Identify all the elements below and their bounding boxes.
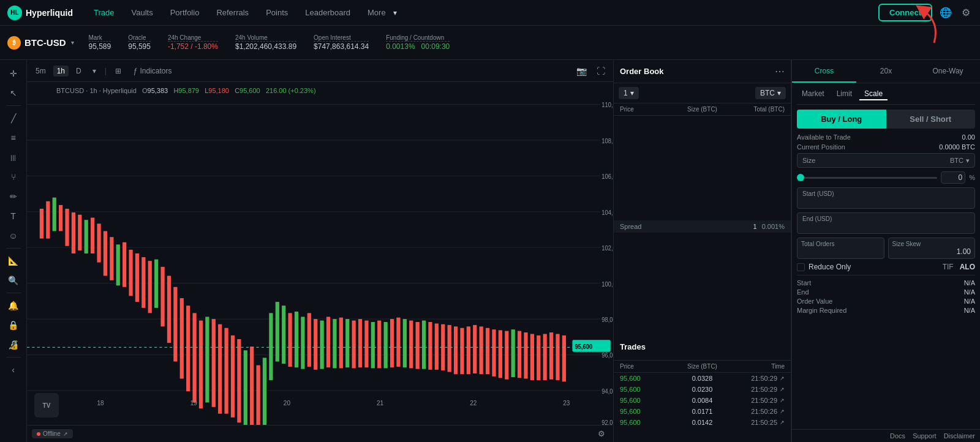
start-field[interactable] — [802, 198, 970, 205]
summary-start-value: N/A — [964, 279, 975, 287]
svg-rect-87 — [467, 326, 470, 374]
sell-button[interactable]: Sell / Short — [886, 110, 976, 129]
mark-label: Mark — [89, 34, 111, 42]
camera-icon[interactable]: 📷 — [573, 64, 590, 78]
magnet-tool[interactable]: 🔒 — [4, 317, 23, 334]
chart-settings-icon[interactable]: ⚙ — [595, 427, 608, 440]
size-slider[interactable] — [797, 177, 937, 179]
trade-link-4[interactable]: ↗ — [780, 408, 785, 414]
tab-cross[interactable]: Cross — [792, 60, 856, 83]
svg-rect-81 — [428, 322, 432, 370]
svg-rect-53 — [250, 346, 254, 425]
tf-5m[interactable]: 5m — [32, 66, 50, 77]
nav-trade[interactable]: Trade — [88, 6, 120, 20]
size-currency[interactable]: BTC — [950, 157, 963, 164]
total-orders-label: Total Orders — [801, 241, 880, 247]
svg-rect-29 — [97, 223, 100, 262]
nav-more[interactable]: More ▾ — [361, 6, 397, 20]
trade-link-2[interactable]: ↗ — [780, 386, 785, 392]
docs-link[interactable]: Docs — [890, 432, 905, 440]
svg-rect-46 — [205, 317, 209, 402]
measure-tool[interactable]: 📐 — [4, 252, 23, 269]
svg-rect-31 — [110, 237, 113, 280]
svg-rect-67 — [339, 318, 343, 369]
support-link[interactable]: Support — [913, 432, 937, 440]
nav-referrals[interactable]: Referrals — [210, 6, 255, 20]
trade-link-3[interactable]: ↗ — [780, 397, 785, 403]
summary-start-row: Start N/A — [797, 279, 975, 287]
total-orders-input[interactable]: Total Orders — [797, 238, 884, 259]
ticker-symbol[interactable]: ₿ BTC-USD ▾ — [7, 36, 74, 50]
crosshair-tool[interactable]: ✛ — [4, 65, 23, 82]
emoji-tool[interactable]: ☺ — [4, 227, 23, 244]
fullscreen-icon[interactable]: ⛶ — [594, 64, 608, 78]
svg-rect-80 — [422, 321, 426, 369]
tf-D[interactable]: D — [72, 66, 85, 77]
zoom-tool[interactable]: 🔍 — [4, 272, 23, 289]
chart-sep-1: | — [105, 67, 107, 75]
nav-vaults[interactable]: Vaults — [126, 6, 159, 20]
ob-qty-select[interactable]: 1 ▾ — [619, 87, 639, 99]
tf-1h[interactable]: 1h — [53, 66, 69, 77]
ob-col-total: Total (BTC) — [729, 106, 785, 113]
svg-rect-50 — [231, 335, 235, 418]
pct-field[interactable] — [941, 171, 965, 184]
cursor-tool[interactable]: ↖ — [4, 84, 23, 102]
offline-badge[interactable]: Offline ↗ — [32, 429, 73, 438]
rp-margin-tabs: Cross 20x One-Way — [792, 60, 980, 83]
ot-limit[interactable]: Limit — [832, 88, 857, 100]
change-value: -1,752 / -1.80% — [168, 42, 218, 51]
ob-title: Order Book — [620, 67, 775, 76]
connect-button[interactable]: Connect — [878, 4, 932, 21]
nav-points[interactable]: Points — [260, 6, 294, 20]
start-usd-input[interactable]: Start (USD) — [797, 187, 975, 209]
total-orders-field[interactable] — [801, 248, 880, 255]
text-tool[interactable]: T — [4, 208, 23, 225]
size-input-row[interactable]: Size BTC ▾ — [797, 153, 975, 168]
ot-market[interactable]: Market — [797, 88, 829, 100]
ob-coin-select[interactable]: BTC ▾ — [755, 87, 786, 99]
ot-scale[interactable]: Scale — [859, 88, 888, 100]
tab-leverage[interactable]: 20x — [856, 60, 916, 83]
indicators-btn[interactable]: ƒ Indicators — [129, 66, 177, 77]
buy-button[interactable]: Buy / Long — [797, 110, 886, 129]
size-caret[interactable]: ▾ — [966, 157, 970, 165]
settings-icon[interactable]: ⚙ — [959, 4, 973, 21]
disclaimer-link[interactable]: Disclaimer — [944, 432, 975, 440]
logo-text: Hyperliquid — [26, 8, 73, 18]
logo[interactable]: HL Hyperliquid — [7, 6, 73, 20]
channel-tool[interactable]: ⫼ — [4, 149, 23, 166]
order-value-label: Order Value — [797, 298, 833, 305]
trade-link-1[interactable]: ↗ — [780, 375, 785, 381]
fork-tool[interactable]: ⑂ — [4, 168, 23, 185]
tab-one-way[interactable]: One-Way — [916, 60, 980, 83]
alert-tool[interactable]: 🔔 — [4, 297, 23, 314]
chart-type-btn[interactable]: ⊞ — [111, 66, 125, 77]
tradingview-watermark: TV — [34, 393, 59, 418]
chart-area: 5m 1h D ▾ | ⊞ ƒ Indicators 📷 ⛶ BTCUSD · … — [27, 60, 614, 442]
lock-tool[interactable]: 🔏 — [4, 336, 23, 353]
trade-link-5[interactable]: ↗ — [780, 419, 785, 425]
order-type-tabs: Market Limit Scale — [797, 88, 975, 105]
end-usd-input[interactable]: End (USD) — [797, 212, 975, 234]
tf-dropdown[interactable]: ▾ — [89, 66, 100, 77]
top-nav: HL Hyperliquid Trade Vaults Portfolio Re… — [0, 0, 980, 26]
trade-price-2: 95,600 — [620, 386, 675, 393]
svg-rect-69 — [352, 321, 356, 369]
chart-body: BTCUSD · 1h · Hyperliquid O95,383 H95,87… — [27, 82, 613, 425]
reduce-only-checkbox[interactable] — [797, 263, 805, 271]
ob-menu-icon[interactable]: ⋯ — [775, 66, 785, 77]
nav-leaderboard[interactable]: Leaderboard — [299, 6, 356, 20]
size-field[interactable] — [911, 156, 948, 165]
globe-icon[interactable]: 🌐 — [937, 4, 954, 21]
change-stat: 24h Change -1,752 / -1.80% — [168, 34, 218, 51]
size-skew-input[interactable]: Size Skew 1.00 — [888, 238, 976, 259]
svg-rect-71 — [364, 321, 368, 368]
more-tools[interactable]: ‹ — [4, 361, 23, 378]
end-field[interactable] — [802, 223, 970, 230]
nav-portfolio[interactable]: Portfolio — [164, 6, 206, 20]
horizontal-line-tool[interactable]: ≡ — [4, 129, 23, 146]
line-tool[interactable]: ╱ — [4, 110, 23, 127]
brush-tool[interactable]: ✏ — [4, 188, 23, 205]
table-row: 95,600 0.0171 21:50:26 ↗ — [614, 406, 791, 417]
